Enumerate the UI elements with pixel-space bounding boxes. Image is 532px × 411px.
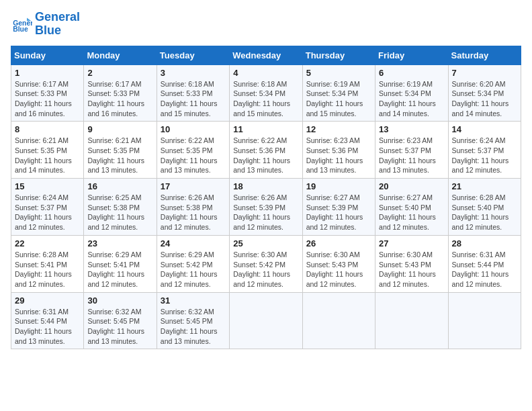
day-cell: 4Sunrise: 6:18 AMSunset: 5:34 PMDaylight… — [230, 64, 302, 122]
day-number: 26 — [306, 238, 371, 248]
day-number: 20 — [379, 181, 444, 191]
day-cell: 24Sunrise: 6:29 AMSunset: 5:42 PMDayligh… — [157, 235, 229, 292]
day-cell: 12Sunrise: 6:23 AMSunset: 5:36 PMDayligh… — [302, 122, 375, 179]
day-info: Sunrise: 6:25 AMSunset: 5:38 PMDaylight:… — [87, 193, 152, 232]
day-number: 9 — [87, 124, 152, 134]
day-cell: 31Sunrise: 6:32 AMSunset: 5:45 PMDayligh… — [157, 292, 229, 349]
day-cell — [302, 292, 375, 349]
day-cell — [448, 292, 521, 349]
day-number: 30 — [87, 295, 152, 306]
page-header: General Blue GeneralBlue — [11, 11, 521, 38]
column-header-saturday: Saturday — [448, 46, 521, 64]
svg-text:Blue: Blue — [13, 26, 28, 33]
day-cell: 17Sunrise: 6:26 AMSunset: 5:38 PMDayligh… — [157, 179, 229, 236]
day-info: Sunrise: 6:23 AMSunset: 5:36 PMDaylight:… — [306, 136, 371, 175]
day-number: 13 — [379, 124, 444, 134]
calendar-table: SundayMondayTuesdayWednesdayThursdayFrid… — [11, 46, 521, 350]
day-info: Sunrise: 6:32 AMSunset: 5:45 PMDaylight:… — [161, 307, 226, 347]
day-number: 25 — [233, 238, 298, 248]
day-cell: 27Sunrise: 6:30 AMSunset: 5:43 PMDayligh… — [375, 235, 448, 292]
column-header-tuesday: Tuesday — [157, 46, 229, 64]
day-number: 11 — [233, 124, 298, 134]
day-number: 12 — [306, 124, 371, 134]
day-cell: 26Sunrise: 6:30 AMSunset: 5:43 PMDayligh… — [302, 235, 375, 292]
day-info: Sunrise: 6:32 AMSunset: 5:45 PMDaylight:… — [87, 307, 152, 347]
day-number: 3 — [161, 68, 226, 78]
day-cell: 25Sunrise: 6:30 AMSunset: 5:42 PMDayligh… — [230, 235, 302, 292]
week-row-5: 29Sunrise: 6:31 AMSunset: 5:44 PMDayligh… — [11, 292, 521, 349]
day-number: 28 — [452, 238, 517, 248]
day-info: Sunrise: 6:24 AMSunset: 5:37 PMDaylight:… — [15, 193, 80, 232]
day-number: 23 — [87, 238, 152, 248]
day-info: Sunrise: 6:22 AMSunset: 5:35 PMDaylight:… — [161, 136, 226, 175]
day-number: 24 — [161, 238, 226, 248]
day-number: 1 — [15, 68, 80, 78]
day-cell: 1Sunrise: 6:17 AMSunset: 5:33 PMDaylight… — [11, 64, 84, 122]
day-number: 31 — [161, 295, 226, 306]
day-info: Sunrise: 6:31 AMSunset: 5:44 PMDaylight:… — [452, 250, 517, 289]
day-info: Sunrise: 6:26 AMSunset: 5:39 PMDaylight:… — [233, 193, 298, 232]
day-cell: 29Sunrise: 6:31 AMSunset: 5:44 PMDayligh… — [11, 292, 84, 349]
column-header-monday: Monday — [84, 46, 157, 64]
day-info: Sunrise: 6:26 AMSunset: 5:38 PMDaylight:… — [161, 193, 226, 232]
day-cell: 18Sunrise: 6:26 AMSunset: 5:39 PMDayligh… — [230, 179, 302, 236]
day-cell: 6Sunrise: 6:19 AMSunset: 5:34 PMDaylight… — [375, 64, 448, 122]
day-number: 8 — [15, 124, 80, 134]
day-info: Sunrise: 6:29 AMSunset: 5:42 PMDaylight:… — [161, 250, 226, 289]
day-number: 14 — [452, 124, 517, 134]
day-info: Sunrise: 6:19 AMSunset: 5:34 PMDaylight:… — [306, 79, 371, 119]
day-cell: 2Sunrise: 6:17 AMSunset: 5:33 PMDaylight… — [84, 64, 157, 122]
day-number: 4 — [233, 68, 298, 78]
day-cell: 16Sunrise: 6:25 AMSunset: 5:38 PMDayligh… — [84, 179, 157, 236]
logo-text: GeneralBlue — [35, 11, 80, 38]
day-number: 19 — [306, 181, 371, 191]
day-info: Sunrise: 6:23 AMSunset: 5:37 PMDaylight:… — [379, 136, 444, 175]
day-info: Sunrise: 6:30 AMSunset: 5:43 PMDaylight:… — [379, 250, 444, 289]
day-number: 29 — [15, 295, 80, 306]
day-cell: 3Sunrise: 6:18 AMSunset: 5:33 PMDaylight… — [157, 64, 229, 122]
day-number: 17 — [161, 181, 226, 191]
day-info: Sunrise: 6:29 AMSunset: 5:41 PMDaylight:… — [87, 250, 152, 289]
day-number: 6 — [379, 68, 444, 78]
day-info: Sunrise: 6:21 AMSunset: 5:35 PMDaylight:… — [87, 136, 152, 175]
day-number: 2 — [87, 68, 152, 78]
day-number: 16 — [87, 181, 152, 191]
day-number: 7 — [452, 68, 517, 78]
day-info: Sunrise: 6:30 AMSunset: 5:42 PMDaylight:… — [233, 250, 298, 289]
day-number: 22 — [15, 238, 80, 248]
day-cell: 22Sunrise: 6:28 AMSunset: 5:41 PMDayligh… — [11, 235, 84, 292]
week-row-3: 15Sunrise: 6:24 AMSunset: 5:37 PMDayligh… — [11, 179, 521, 236]
day-info: Sunrise: 6:22 AMSunset: 5:36 PMDaylight:… — [233, 136, 298, 175]
day-info: Sunrise: 6:17 AMSunset: 5:33 PMDaylight:… — [87, 79, 152, 119]
week-row-4: 22Sunrise: 6:28 AMSunset: 5:41 PMDayligh… — [11, 235, 521, 292]
day-cell — [375, 292, 448, 349]
day-info: Sunrise: 6:27 AMSunset: 5:39 PMDaylight:… — [306, 193, 371, 232]
day-info: Sunrise: 6:21 AMSunset: 5:35 PMDaylight:… — [15, 136, 80, 175]
day-info: Sunrise: 6:28 AMSunset: 5:40 PMDaylight:… — [452, 193, 517, 232]
day-cell: 10Sunrise: 6:22 AMSunset: 5:35 PMDayligh… — [157, 122, 229, 179]
day-cell: 14Sunrise: 6:24 AMSunset: 5:37 PMDayligh… — [448, 122, 521, 179]
day-number: 21 — [452, 181, 517, 191]
day-cell: 21Sunrise: 6:28 AMSunset: 5:40 PMDayligh… — [448, 179, 521, 236]
column-header-sunday: Sunday — [11, 46, 84, 64]
day-number: 27 — [379, 238, 444, 248]
column-headers-row: SundayMondayTuesdayWednesdayThursdayFrid… — [11, 46, 521, 64]
day-info: Sunrise: 6:17 AMSunset: 5:33 PMDaylight:… — [15, 79, 80, 119]
day-number: 18 — [233, 181, 298, 191]
day-cell: 28Sunrise: 6:31 AMSunset: 5:44 PMDayligh… — [448, 235, 521, 292]
day-info: Sunrise: 6:24 AMSunset: 5:37 PMDaylight:… — [452, 136, 517, 175]
day-cell: 8Sunrise: 6:21 AMSunset: 5:35 PMDaylight… — [11, 122, 84, 179]
day-number: 5 — [306, 68, 371, 78]
week-row-1: 1Sunrise: 6:17 AMSunset: 5:33 PMDaylight… — [11, 64, 521, 122]
day-cell: 11Sunrise: 6:22 AMSunset: 5:36 PMDayligh… — [230, 122, 302, 179]
day-info: Sunrise: 6:18 AMSunset: 5:34 PMDaylight:… — [233, 79, 298, 119]
day-cell: 5Sunrise: 6:19 AMSunset: 5:34 PMDaylight… — [302, 64, 375, 122]
day-info: Sunrise: 6:31 AMSunset: 5:44 PMDaylight:… — [15, 307, 80, 347]
day-info: Sunrise: 6:19 AMSunset: 5:34 PMDaylight:… — [379, 79, 444, 119]
day-cell: 15Sunrise: 6:24 AMSunset: 5:37 PMDayligh… — [11, 179, 84, 236]
week-row-2: 8Sunrise: 6:21 AMSunset: 5:35 PMDaylight… — [11, 122, 521, 179]
column-header-friday: Friday — [375, 46, 448, 64]
logo-icon: General Blue — [11, 13, 32, 35]
day-info: Sunrise: 6:30 AMSunset: 5:43 PMDaylight:… — [306, 250, 371, 289]
logo: General Blue GeneralBlue — [11, 11, 80, 38]
